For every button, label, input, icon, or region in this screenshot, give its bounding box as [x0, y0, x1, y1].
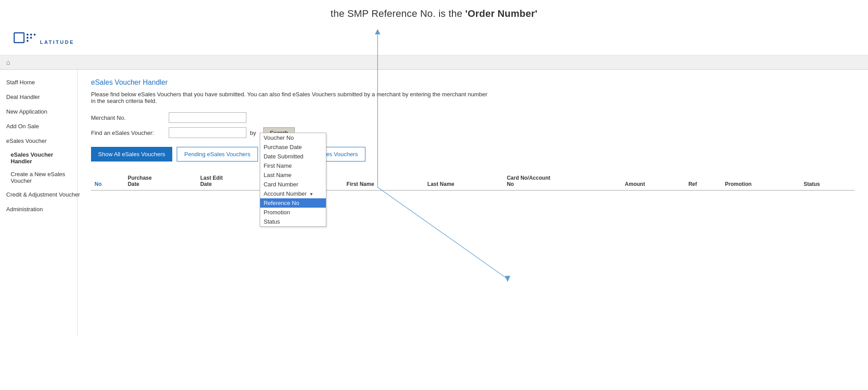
home-icon[interactable]: ⌂: [6, 59, 10, 66]
annotation: the SMP Reference No. is the 'Order Numb…: [0, 0, 868, 24]
show-all-button[interactable]: Show All eSales Vouchers: [91, 147, 172, 162]
svg-point-5: [30, 37, 32, 39]
dd-reference-no[interactable]: Reference No: [260, 198, 326, 208]
col-no: No: [91, 172, 124, 190]
col-purchase-date: PurchaseDate: [124, 172, 197, 190]
page-title: eSales Voucher Handler: [91, 79, 855, 87]
col-card-account-no: Card No/AccountNo: [503, 172, 621, 190]
dd-last-name[interactable]: Last Name: [260, 170, 326, 180]
sidebar-item-administration[interactable]: Administration: [0, 202, 77, 217]
sidebar-item-esales-voucher[interactable]: eSales Voucher: [0, 134, 77, 148]
merchant-input[interactable]: [169, 112, 246, 123]
svg-point-1: [27, 34, 28, 35]
content-area: eSales Voucher Handler Please find below…: [78, 70, 868, 336]
logo-icon: [13, 32, 36, 51]
col-last-name: Last Name: [424, 172, 503, 190]
sidebar-item-create-new-esales[interactable]: Create a New eSales Voucher: [0, 168, 77, 187]
sidebar: Staff Home Deal Handler New Application …: [0, 70, 78, 336]
find-voucher-row: Find an eSales Voucher: by Voucher No Pu…: [91, 127, 855, 138]
find-label: Find an eSales Voucher:: [91, 130, 169, 136]
chevron-down-icon: ▼: [309, 192, 313, 197]
svg-point-6: [27, 40, 28, 42]
sidebar-item-deal-handler[interactable]: Deal Handler: [0, 90, 77, 104]
merchant-row: Merchant No.: [91, 112, 855, 123]
sidebar-item-credit-adjustment[interactable]: Credit & Adjustment Voucher: [0, 187, 77, 202]
merchant-label: Merchant No.: [91, 114, 169, 121]
svg-point-4: [27, 37, 28, 39]
sidebar-item-add-on-sale[interactable]: Add On Sale: [0, 119, 77, 134]
col-first-name: First Name: [343, 172, 424, 190]
col-ref: Ref: [685, 172, 721, 190]
dd-account-number[interactable]: Account Number ▼: [260, 189, 326, 198]
dd-status[interactable]: Status: [260, 217, 326, 226]
pending-button[interactable]: Pending eSales Vouchers: [177, 147, 258, 162]
nav-bar: ⌂: [0, 55, 868, 70]
col-status: Status: [800, 172, 855, 190]
svg-point-3: [34, 34, 36, 35]
sidebar-item-staff-home[interactable]: Staff Home: [0, 75, 77, 90]
svg-point-2: [30, 34, 32, 35]
col-amount: Amount: [621, 172, 685, 190]
action-buttons: Show All eSales Vouchers Pending eSales …: [91, 147, 855, 162]
description: Please find below eSales Vouchers that y…: [91, 91, 491, 104]
dd-card-number[interactable]: Card Number: [260, 180, 326, 189]
dd-promotion[interactable]: Promotion: [260, 208, 326, 217]
col-promotion: Promotion: [721, 172, 800, 190]
form-area: Merchant No. Find an eSales Voucher: by …: [91, 112, 855, 138]
dropdown-list: Voucher No Purchase Date Date Submitted …: [260, 133, 326, 227]
results-table: No PurchaseDate Last EditDate DateSubmit…: [91, 172, 855, 191]
dd-voucher-no[interactable]: Voucher No: [260, 133, 326, 142]
dd-date-submitted[interactable]: Date Submitted: [260, 152, 326, 161]
svg-rect-0: [14, 33, 24, 43]
by-label: by: [250, 130, 256, 136]
dd-first-name[interactable]: First Name: [260, 161, 326, 170]
annotation-bold: 'Order Number': [465, 8, 538, 19]
annotation-text: the SMP Reference No. is the: [331, 8, 465, 19]
dd-purchase-date[interactable]: Purchase Date: [260, 142, 326, 152]
logo-area: LATITUDE: [0, 24, 868, 55]
find-voucher-input[interactable]: [169, 127, 246, 138]
sidebar-item-esales-voucher-handler[interactable]: eSales Voucher Handler: [0, 148, 77, 168]
logo-text: LATITUDE: [40, 39, 75, 45]
sidebar-item-new-application[interactable]: New Application: [0, 104, 77, 119]
col-last-edit-date: Last EditDate: [197, 172, 266, 190]
